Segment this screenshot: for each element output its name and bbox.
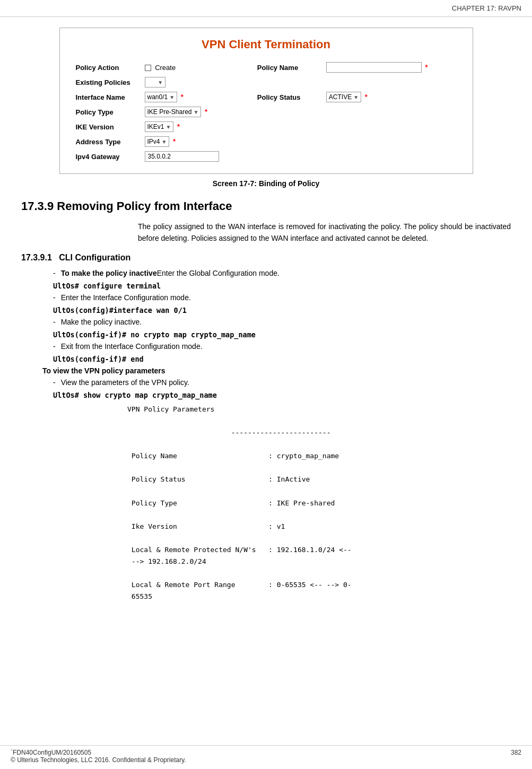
address-type-value: IPv4	[147, 138, 160, 145]
list-content: Exit from the Interface Configuration mo…	[61, 342, 511, 351]
ike-version-arrow: ▼	[166, 124, 171, 130]
list-dash: -	[53, 342, 56, 351]
screen-caption: Screen 17-7: Binding of Policy	[21, 179, 511, 188]
cli-bold-text: To make the policy inactive	[61, 269, 157, 277]
address-type-select[interactable]: IPv4 ▼	[145, 136, 170, 147]
cli-list-4: - Exit from the Interface Configuration …	[53, 342, 511, 351]
section-17-3-9-heading: 17.3.9 Removing Policy from Interface	[21, 199, 511, 213]
cli-text: Enter the Global Configuration mode.	[157, 269, 280, 277]
policy-status-select[interactable]: ACTIVE ▼	[326, 92, 361, 102]
policy-type-cell: IKE Pre-Shared ▼ *	[142, 104, 243, 119]
policy-name-required: *	[425, 63, 428, 71]
cli-text: Make the policy inactive.	[61, 318, 142, 326]
page-header: CHAPTER 17: RAVPN	[0, 0, 532, 17]
policy-name-label: Policy Name	[254, 60, 323, 75]
table-row: Policy Action Create Policy Name *	[73, 60, 460, 75]
table-row: Interface Name wan0/1 ▼ * Policy Status …	[73, 90, 460, 104]
list-dash: -	[53, 318, 56, 326]
policy-type-label: Policy Type	[73, 104, 142, 119]
cli-code-4: UltOs(config-if)# end	[53, 355, 511, 363]
policy-action-label: Policy Action	[73, 60, 142, 75]
list-dash: -	[53, 269, 56, 277]
ike-version-label: IKE Version	[73, 119, 142, 134]
list-content: To make the policy inactiveEnter the Glo…	[61, 269, 511, 277]
table-row: Existing Policies ▼	[73, 75, 460, 90]
existing-policies-cell: ▼	[142, 75, 243, 90]
subsection-17-3-9-1-heading: 17.3.9.1 CLI Configuration	[21, 253, 511, 263]
table-row: Address Type IPv4 ▼ *	[73, 134, 460, 149]
policy-type-select[interactable]: IKE Pre-Shared ▼	[145, 107, 202, 117]
table-row: Policy Type IKE Pre-Shared ▼ *	[73, 104, 460, 119]
cli-code-show: UltOs# show crypto map crypto_map_name	[53, 391, 511, 399]
policy-action-cell: Create	[142, 60, 243, 75]
vpn-title: VPN Client Termination	[73, 38, 460, 51]
footer-left: `FDN40ConfigUM/20160505 © Ulterius Techn…	[11, 749, 186, 764]
view-vpn-heading: To view the VPN policy parameters	[42, 366, 511, 375]
ipv4-gateway-input[interactable]: 35.0.0.2	[145, 151, 219, 162]
address-type-required: *	[173, 137, 176, 145]
cli-list-2: - Enter the Interface Configuration mode…	[53, 293, 511, 302]
policy-status-required: *	[365, 93, 368, 101]
policy-action-checkbox[interactable]	[145, 65, 151, 71]
section-title: Removing Policy from Interface	[57, 199, 232, 213]
form-table: Policy Action Create Policy Name * Exist…	[73, 60, 460, 164]
ike-version-value: IKEv1	[147, 123, 164, 130]
ipv4-gateway-cell: 35.0.0.2	[142, 149, 243, 164]
policy-status-label: Policy Status	[254, 90, 323, 104]
table-row: Ipv4 Gateway 35.0.0.2	[73, 149, 460, 164]
policy-status-cell: ACTIVE ▼ *	[323, 90, 460, 104]
screenshot-box: VPN Client Termination Policy Action Cre…	[59, 28, 473, 174]
address-type-cell: IPv4 ▼ *	[142, 134, 243, 149]
existing-policies-select[interactable]: ▼	[145, 77, 166, 88]
cli-code-2: UltOs(config)#interface wan 0/1	[53, 306, 511, 314]
section-body: The policy assigned to the WAN interface…	[138, 221, 511, 244]
footer-page-number: 382	[511, 749, 521, 764]
list-item: - View the parameters of the VPN policy.	[53, 378, 511, 387]
policy-type-value: IKE Pre-Shared	[147, 108, 192, 116]
existing-policies-arrow: ▼	[158, 80, 163, 85]
view-vpn-text: View the parameters of the VPN policy.	[61, 378, 189, 387]
interface-arrow: ▼	[169, 94, 175, 100]
existing-policies-label: Existing Policies	[73, 75, 142, 90]
cli-text: Exit from the Interface Configuration mo…	[61, 342, 203, 351]
address-type-arrow: ▼	[162, 139, 167, 145]
list-content: Make the policy inactive.	[61, 318, 511, 326]
interface-name-label: Interface Name	[73, 90, 142, 104]
subsection-number: 17.3.9.1	[21, 253, 52, 262]
policy-action-value: Create	[155, 64, 176, 72]
page-footer: `FDN40ConfigUM/20160505 © Ulterius Techn…	[0, 745, 532, 764]
ike-version-required: *	[177, 123, 180, 130]
table-row: IKE Version IKEv1 ▼ *	[73, 119, 460, 134]
list-content: Enter the Interface Configuration mode.	[61, 293, 511, 302]
main-content: VPN Client Termination Policy Action Cre…	[0, 17, 532, 613]
interface-name-cell: wan0/1 ▼ *	[142, 90, 243, 104]
policy-type-required: *	[205, 108, 207, 116]
ike-version-select[interactable]: IKEv1 ▼	[145, 121, 174, 132]
policy-type-arrow: ▼	[194, 109, 199, 115]
interface-name-select[interactable]: wan0/1 ▼	[145, 92, 178, 102]
policy-status-arrow: ▼	[353, 94, 359, 100]
section-number: 17.3.9	[21, 199, 54, 213]
list-dash: -	[53, 293, 56, 302]
list-item: - Exit from the Interface Configuration …	[53, 342, 511, 351]
cli-code-1: UltOs# configure terminal	[53, 282, 511, 290]
ipv4-gateway-label: Ipv4 Gateway	[73, 149, 142, 164]
mono-block: VPN Policy Parameters ------------------…	[127, 404, 511, 603]
existing-policies-value	[147, 78, 156, 86]
list-dash: -	[53, 378, 56, 387]
list-item: - Make the policy inactive.	[53, 318, 511, 326]
view-vpn-list: - View the parameters of the VPN policy.	[53, 378, 511, 387]
cli-code-3: UltOs(config-if)# no crypto map crypto_m…	[53, 330, 511, 339]
interface-required: *	[181, 93, 184, 101]
list-item: - To make the policy inactiveEnter the G…	[53, 269, 511, 277]
address-type-label: Address Type	[73, 134, 142, 149]
list-item: - Enter the Interface Configuration mode…	[53, 293, 511, 302]
ike-version-cell: IKEv1 ▼ *	[142, 119, 243, 134]
footer-doc-id: `FDN40ConfigUM/20160505	[11, 749, 91, 756]
chapter-title: CHAPTER 17: RAVPN	[452, 4, 521, 12]
policy-name-input[interactable]	[326, 62, 422, 73]
cli-list: - To make the policy inactiveEnter the G…	[53, 269, 511, 277]
footer-copyright: © Ulterius Technologies, LLC 2016. Confi…	[11, 756, 186, 764]
policy-name-cell: *	[323, 60, 460, 75]
policy-status-value: ACTIVE	[329, 93, 352, 101]
